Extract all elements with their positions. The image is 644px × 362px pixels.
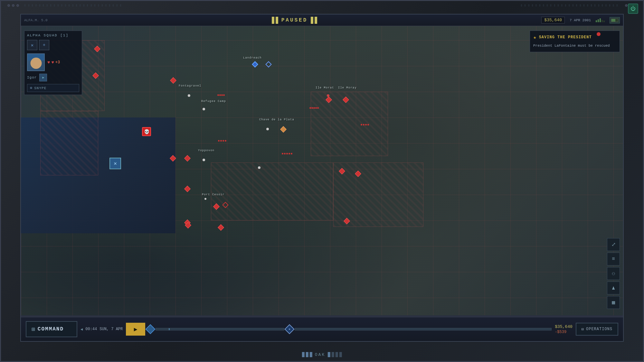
objective-marker-2[interactable] <box>266 62 271 67</box>
squad-icon: ✕ <box>109 158 121 169</box>
enemy-group-2 <box>309 107 319 109</box>
x-icon: ✕ <box>31 42 33 48</box>
enemy-marker-5[interactable] <box>185 156 190 161</box>
location-refugee-camp: Refugee Camp <box>201 100 226 103</box>
enemy-marker-1[interactable] <box>95 47 100 52</box>
red-marker-3[interactable] <box>281 127 286 132</box>
list-icon: ≡ <box>612 256 615 262</box>
pip-2 <box>306 352 308 357</box>
squad-marker[interactable]: ✕ <box>109 158 121 169</box>
town-dot-5 <box>266 128 269 130</box>
paused-text: PAUSED <box>281 17 308 23</box>
bottom-bar: ⊞ COMMAND ◀ 00:44 SUN, 7 APR ▶ <box>21 317 623 341</box>
red-marker-10[interactable] <box>219 225 224 230</box>
skull-marker[interactable]: 💀 <box>142 127 151 136</box>
red-marker-6[interactable] <box>340 169 345 174</box>
soldier-avatar <box>27 53 45 71</box>
header-date: 7 APR 2001 <box>570 18 591 22</box>
snype-button[interactable]: ⊕ SNYPE <box>27 84 79 92</box>
location-yoppovon: Yoppovon <box>198 149 214 152</box>
list-button[interactable]: ≡ <box>607 253 620 265</box>
notification-dot <box>597 32 601 36</box>
person-button[interactable]: ♟ <box>607 282 620 294</box>
battery-indicator <box>610 17 620 23</box>
restricted-area-5 <box>311 92 388 156</box>
mission-description: President LaFontaine must be rescued <box>533 43 616 49</box>
pip-3 <box>310 352 312 357</box>
sig-bar-1 <box>596 20 597 22</box>
mission-star-icon: ★ <box>533 34 536 41</box>
grid-icon: ▦ <box>612 299 615 306</box>
squad-title: ALPHA SQUAD [1] <box>27 33 79 37</box>
timeline-marker-2[interactable]: ✕ <box>286 326 293 333</box>
red-marker-9[interactable] <box>345 219 350 224</box>
location-chave: Chave de la Plata <box>259 118 294 121</box>
timeline-container: ▶ ✕ <box>126 323 552 336</box>
play-button[interactable]: ▶ <box>126 323 145 336</box>
enemy-group-5 <box>361 124 369 125</box>
red-marker-1[interactable] <box>327 97 332 103</box>
ops-icon: ⊟ <box>582 327 584 332</box>
town-dot-3 <box>203 159 205 161</box>
restricted-area-4 <box>333 162 423 227</box>
enemy-marker-2[interactable] <box>93 73 99 79</box>
health-heart-2: ♥ <box>51 60 54 65</box>
enemy-marker-3[interactable] <box>171 78 176 83</box>
timeline-marker-1[interactable] <box>147 326 154 333</box>
money-loss: -$539 <box>555 330 573 334</box>
timeline-track-2 <box>295 328 552 330</box>
pip-5 <box>332 352 334 357</box>
enemy-group-3 <box>218 140 226 142</box>
red-marker-2[interactable] <box>344 97 349 103</box>
location-fontagravel: Fontagravel <box>179 84 201 88</box>
operations-button[interactable]: ⊟ OPERATIONS <box>576 323 618 336</box>
pip-1 <box>302 352 305 357</box>
red-marker-7[interactable] <box>356 172 361 177</box>
money-display-bottom: $35,640 -$539 <box>555 324 573 334</box>
soldier-info: ♥ ♥ +3 <box>27 53 79 71</box>
restricted-area-3 <box>211 162 333 220</box>
outer-frame: ▯▯▯▯▯▯▯▯▯▯▯▯▯▯▯▯▯▯▯▯▯▯▯▯▯▯▯ ▯▯▯▯▯▯▯▯▯▯▯▯… <box>0 0 644 362</box>
pip-6 <box>336 352 338 357</box>
squad-btn-x[interactable]: ✕ <box>27 40 37 50</box>
skull-icon: 💀 <box>142 127 151 136</box>
red-marker-5[interactable] <box>223 203 228 208</box>
mission-title: SAVING THE PRESIDENT <box>539 35 592 40</box>
mission-header: ★ SAVING THE PRESIDENT <box>533 34 616 41</box>
location-ile-morat: Ile Morat <box>316 86 334 89</box>
power-icon: ⏻ <box>630 6 636 12</box>
sig-bar-5 <box>603 21 605 22</box>
town-dot-2 <box>203 108 205 110</box>
red-marker-8[interactable] <box>186 223 191 228</box>
soldier-name: Igor <box>27 76 37 79</box>
squad-actions: ✕ + <box>27 40 79 50</box>
rank-icon: ▶ <box>42 76 44 79</box>
status-bar: OAK <box>302 352 342 357</box>
squad-btn-add[interactable]: + <box>39 40 49 50</box>
app-version: ALFA.M. 5.0 <box>24 18 48 22</box>
soldiers-button[interactable]: ⚇ <box>607 267 620 280</box>
ops-label: OPERATIONS <box>586 327 612 331</box>
pause-indicator <box>272 17 278 24</box>
timeline-track <box>156 328 284 330</box>
red-marker-4[interactable] <box>214 204 219 209</box>
map-expand-button[interactable]: ⤢ <box>607 238 620 251</box>
rivet <box>16 4 19 7</box>
command-icon: ⊞ <box>32 326 35 333</box>
squad-panel: ALPHA SQUAD [1] ✕ + ♥ ♥ +3 <box>24 31 82 95</box>
soldiers-icon: ⚇ <box>612 270 615 277</box>
power-button[interactable]: ⏻ <box>628 4 638 14</box>
town-dot-1 <box>188 94 190 97</box>
grid-button[interactable]: ▦ <box>607 296 620 309</box>
game-screen: ALFA.M. 5.0 PAUSED $35,640 7 APR 2001 <box>20 14 624 342</box>
enemy-marker-6[interactable] <box>185 187 190 192</box>
rivet <box>625 4 628 7</box>
objective-marker-1[interactable] <box>253 62 258 67</box>
sig-bar-4 <box>601 20 603 22</box>
expand-icon: ⤢ <box>611 241 616 248</box>
time-arrow: ◀ <box>80 327 83 332</box>
mission-panel: ★ SAVING THE PRESIDENT President LaFonta… <box>530 31 620 52</box>
command-button[interactable]: ⊞ COMMAND <box>26 321 77 337</box>
sig-bar-2 <box>598 19 599 22</box>
enemy-marker-4[interactable] <box>171 156 176 161</box>
